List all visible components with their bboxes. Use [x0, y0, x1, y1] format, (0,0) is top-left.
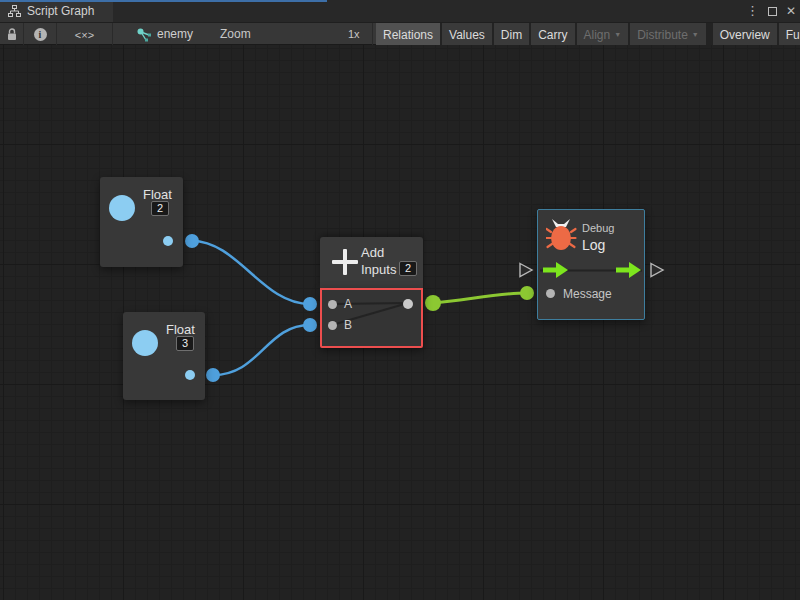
node-title: Add: [361, 245, 384, 260]
flow-in-arrow-icon[interactable]: [543, 262, 568, 278]
toolbar-buttons: Relations Values Dim Carry Align ▼ Distr…: [376, 23, 800, 46]
input-port-a[interactable]: [328, 300, 337, 309]
lock-icon: [6, 28, 18, 41]
add-node-header[interactable]: Add Inputs 2: [320, 237, 423, 288]
tab-bar: Script Graph ⋮ ✕: [0, 0, 800, 22]
script-graph-window: Script Graph ⋮ ✕ i <×>: [0, 0, 800, 600]
distribute-dropdown[interactable]: Distribute ▼: [630, 23, 706, 46]
toolbar-separator: [112, 23, 113, 46]
float-type-icon: [109, 195, 135, 221]
input-port-b[interactable]: [328, 321, 337, 330]
fullscreen-button[interactable]: Full Screen: [779, 23, 800, 46]
lock-button[interactable]: [0, 23, 23, 46]
zoom-value: 1x: [348, 23, 360, 46]
graph-name-label[interactable]: enemy: [157, 23, 193, 46]
window-menu-icon[interactable]: ⋮: [746, 0, 759, 22]
focus-accent-line: [0, 0, 327, 2]
message-label: Message: [563, 287, 612, 301]
bug-icon: [546, 218, 578, 252]
graph-asset-icon: [136, 23, 154, 46]
port-b-label: B: [344, 318, 352, 332]
output-port[interactable]: [185, 370, 195, 380]
node-title: Float: [166, 322, 195, 337]
carry-button[interactable]: Carry: [531, 23, 574, 46]
inputs-label: Inputs: [361, 262, 396, 277]
flow-exit-triangle-icon[interactable]: [649, 262, 665, 278]
edit-source-button[interactable]: <×>: [57, 23, 112, 46]
window-controls: ⋮ ✕: [746, 0, 796, 22]
float-value-input[interactable]: 2: [151, 201, 169, 216]
tab-script-graph[interactable]: Script Graph: [0, 0, 113, 22]
output-port[interactable]: [163, 236, 173, 246]
inspector-button[interactable]: i: [24, 23, 56, 46]
graph-toolbar: i <×> enemy Zoom 1x Relations Values Dim…: [0, 22, 800, 45]
align-dropdown[interactable]: Align ▼: [577, 23, 629, 46]
node-title: Log: [582, 237, 605, 253]
port-a-label: A: [344, 297, 352, 311]
float-node-2[interactable]: Float 3: [123, 312, 205, 400]
add-node-body[interactable]: A B: [320, 288, 423, 348]
message-input-port[interactable]: [546, 289, 555, 298]
sum-output-port[interactable]: [403, 299, 413, 309]
float-value-input[interactable]: 3: [176, 336, 194, 351]
close-icon[interactable]: ✕: [786, 0, 796, 22]
float-type-icon: [132, 330, 158, 356]
tab-title: Script Graph: [27, 4, 94, 18]
float-node-1[interactable]: Float 2: [100, 177, 183, 267]
code-icon: <×>: [75, 29, 94, 41]
toolbar-separator: [372, 23, 373, 46]
info-icon: i: [34, 28, 47, 41]
debug-log-node[interactable]: Debug Log Message: [537, 209, 645, 320]
relations-button[interactable]: Relations: [376, 23, 440, 46]
add-icon: [330, 247, 360, 277]
node-title: Float: [143, 187, 172, 202]
chevron-down-icon: ▼: [614, 31, 621, 38]
overview-button[interactable]: Overview: [713, 23, 777, 46]
inputs-count-input[interactable]: 2: [399, 261, 417, 276]
values-button[interactable]: Values: [442, 23, 492, 46]
chevron-down-icon: ▼: [692, 31, 699, 38]
dim-button[interactable]: Dim: [494, 23, 529, 46]
node-category: Debug: [582, 222, 614, 234]
maximize-icon[interactable]: [768, 7, 777, 16]
zoom-label: Zoom: [220, 23, 251, 46]
graph-hierarchy-icon: [8, 5, 21, 17]
flow-entry-triangle-icon[interactable]: [518, 262, 534, 278]
flow-out-arrow-icon[interactable]: [616, 262, 641, 278]
